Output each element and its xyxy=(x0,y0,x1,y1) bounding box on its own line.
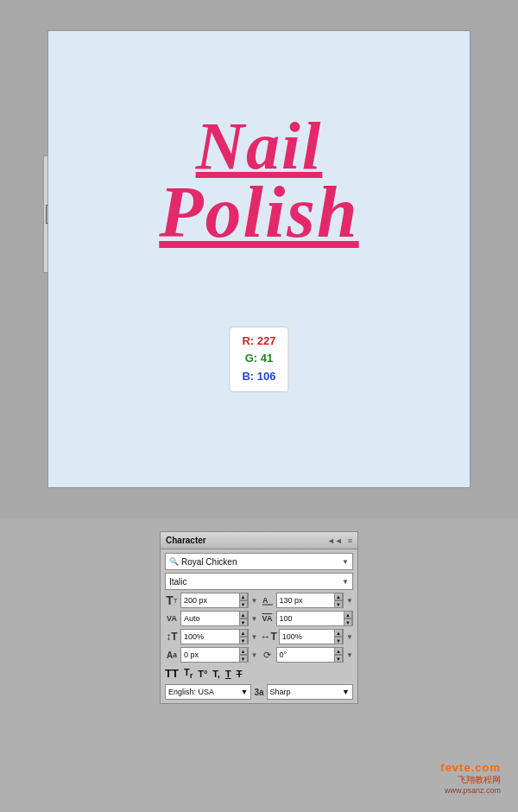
font-size-spinners[interactable]: ▲ ▼ xyxy=(239,593,248,608)
font-family-arrow[interactable]: ▼ xyxy=(342,558,349,566)
antialiasing-select[interactable]: Sharp ▼ xyxy=(267,684,353,700)
watermark-line1: fevte.com xyxy=(440,761,501,774)
font-style-select[interactable]: Italic ▼ xyxy=(165,573,353,590)
font-size-up[interactable]: ▲ xyxy=(239,593,248,600)
color-b-value: B: 106 xyxy=(242,368,275,386)
horiz-scale-icon: ↔T xyxy=(261,631,277,643)
svg-text:A: A xyxy=(262,596,268,605)
text-polish[interactable]: Polish xyxy=(48,176,470,249)
kerning-input[interactable]: Auto ▲ ▼ xyxy=(180,611,249,626)
vert-scale-down[interactable]: ▼ xyxy=(239,637,248,644)
character-panel: Character ◄◄ ≡ 🔍 Royal Chicken ▼ Italic … xyxy=(160,531,358,704)
font-size-menu[interactable]: ▼ xyxy=(251,597,258,605)
tracking-value: 100 xyxy=(277,614,344,623)
leading-value: 130 px xyxy=(277,596,335,605)
vert-scale-up[interactable]: ▲ xyxy=(239,629,248,637)
tracking-down[interactable]: ▼ xyxy=(344,619,352,626)
tt-button-3[interactable]: T° xyxy=(198,669,207,679)
antialiasing-arrow[interactable]: ▼ xyxy=(342,688,350,696)
horiz-scale-param: ↔T 100% ▲ ▼ ▼ xyxy=(261,629,354,644)
tracking-spinners[interactable]: ▲ ▼ xyxy=(344,611,352,626)
panel-menu-icon[interactable]: ≡ xyxy=(348,536,352,545)
panel-header: Character ◄◄ ≡ xyxy=(161,532,357,549)
tracking-up[interactable]: ▲ xyxy=(344,611,352,619)
leading-icon: A xyxy=(261,594,275,606)
panel-title: Character xyxy=(166,536,206,545)
baseline-spinners[interactable]: ▲ ▼ xyxy=(239,647,248,663)
vert-scale-input[interactable]: 100% ▲ ▼ xyxy=(180,629,249,644)
rotate-spinners[interactable]: ▲ ▼ xyxy=(334,647,343,663)
font-size-param: TT 200 px ▲ ▼ ▼ xyxy=(165,593,258,608)
antialiasing-value: Sharp xyxy=(270,688,291,696)
watermark-line2: 飞翔教程网 xyxy=(440,774,501,786)
tt-button-1[interactable]: TT xyxy=(165,667,179,680)
font-family-row: 🔍 Royal Chicken ▼ xyxy=(165,553,353,570)
horiz-scale-input[interactable]: 100% ▲ ▼ xyxy=(279,629,344,644)
baseline-rotate-row: Aa 0 px ▲ ▼ ▼ ⟳ 0° ▲ ▼ xyxy=(165,647,353,663)
baseline-down[interactable]: ▼ xyxy=(239,655,248,663)
font-size-icon: TT xyxy=(165,593,179,607)
leading-menu[interactable]: ▼ xyxy=(346,597,353,605)
watermark-url: www.psanz.com xyxy=(440,786,501,795)
horiz-scale-spinners[interactable]: ▲ ▼ xyxy=(334,629,343,644)
vert-scale-param: ↕T 100% ▲ ▼ ▼ xyxy=(165,629,258,644)
baseline-param: Aa 0 px ▲ ▼ ▼ xyxy=(165,647,258,663)
baseline-icon: Aa xyxy=(165,650,179,660)
nail-polish-container: Nail Polish xyxy=(48,109,470,249)
aa-label: 3a xyxy=(254,688,263,697)
tracking-input[interactable]: 100 ▲ ▼ xyxy=(276,611,354,626)
bottom-settings-row: English: USA ▼ 3a Sharp ▼ xyxy=(165,684,353,700)
vert-scale-spinners[interactable]: ▲ ▼ xyxy=(239,629,248,644)
rotate-menu[interactable]: ▼ xyxy=(346,651,353,659)
vert-scale-menu[interactable]: ▼ xyxy=(251,633,258,641)
color-info-box: R: 227 G: 41 B: 106 xyxy=(229,327,288,392)
panel-controls[interactable]: ◄◄ ≡ xyxy=(327,536,352,545)
tt-button-2[interactable]: Tr xyxy=(184,667,193,680)
tt-button-4[interactable]: T, xyxy=(212,669,220,679)
rotate-down[interactable]: ▼ xyxy=(334,655,343,663)
font-size-value: 200 px xyxy=(181,596,239,605)
size-leading-row: TT 200 px ▲ ▼ ▼ A xyxy=(165,593,353,608)
vert-scale-value: 100% xyxy=(181,632,239,641)
font-family-value: Royal Chicken xyxy=(181,557,237,567)
document-canvas: Nail Polish R: 227 G: 41 B: 106 xyxy=(47,30,471,488)
horiz-scale-down[interactable]: ▼ xyxy=(334,637,343,644)
leading-down[interactable]: ▼ xyxy=(334,600,343,608)
leading-up[interactable]: ▲ xyxy=(334,593,343,600)
font-family-select[interactable]: 🔍 Royal Chicken ▼ xyxy=(165,553,353,570)
baseline-input[interactable]: 0 px ▲ ▼ xyxy=(180,647,249,663)
baseline-menu[interactable]: ▼ xyxy=(251,651,258,659)
font-style-arrow[interactable]: ▼ xyxy=(342,578,349,586)
font-size-down[interactable]: ▼ xyxy=(239,600,248,608)
kerning-icon: VA xyxy=(165,614,179,623)
baseline-up[interactable]: ▲ xyxy=(239,647,248,655)
color-g-value: G: 41 xyxy=(242,350,275,368)
font-style-value: Italic xyxy=(169,577,187,587)
rotate-input[interactable]: 0° ▲ ▼ xyxy=(276,647,344,663)
panel-collapse-icon[interactable]: ◄◄ xyxy=(327,536,343,545)
tracking-param: VA 100 ▲ ▼ xyxy=(261,611,354,626)
kerning-spinners[interactable]: ▲ ▼ xyxy=(239,611,248,626)
tt-button-6[interactable]: T xyxy=(237,669,243,679)
language-arrow[interactable]: ▼ xyxy=(241,688,249,696)
tt-buttons-row: TT Tr T° T, T T xyxy=(165,665,353,682)
tt-button-5[interactable]: T xyxy=(225,669,231,679)
font-size-input[interactable]: 200 px ▲ ▼ xyxy=(180,593,249,608)
leading-spinners[interactable]: ▲ ▼ xyxy=(334,593,343,608)
kerning-up[interactable]: ▲ xyxy=(239,611,248,619)
horiz-scale-menu[interactable]: ▼ xyxy=(346,633,353,641)
horiz-scale-up[interactable]: ▲ xyxy=(334,629,343,637)
canvas-area: T Nail Polish R: 227 G: 41 B: 106 xyxy=(0,0,518,518)
kerning-param: VA Auto ▲ ▼ ▼ xyxy=(165,611,258,626)
rotate-up[interactable]: ▲ xyxy=(334,647,343,655)
kerning-down[interactable]: ▼ xyxy=(239,619,248,626)
kerning-menu[interactable]: ▼ xyxy=(251,615,258,623)
rotate-param: ⟳ 0° ▲ ▼ ▼ xyxy=(261,647,354,663)
leading-input[interactable]: 130 px ▲ ▼ xyxy=(276,593,344,608)
language-select[interactable]: English: USA ▼ xyxy=(165,684,251,700)
rotate-value: 0° xyxy=(277,650,335,659)
scale-row: ↕T 100% ▲ ▼ ▼ ↔T 100% ▲ ▼ xyxy=(165,629,353,644)
color-r-value: R: 227 xyxy=(242,333,275,351)
tracking-icon: VA xyxy=(261,614,275,623)
rotate-icon: ⟳ xyxy=(261,650,275,661)
